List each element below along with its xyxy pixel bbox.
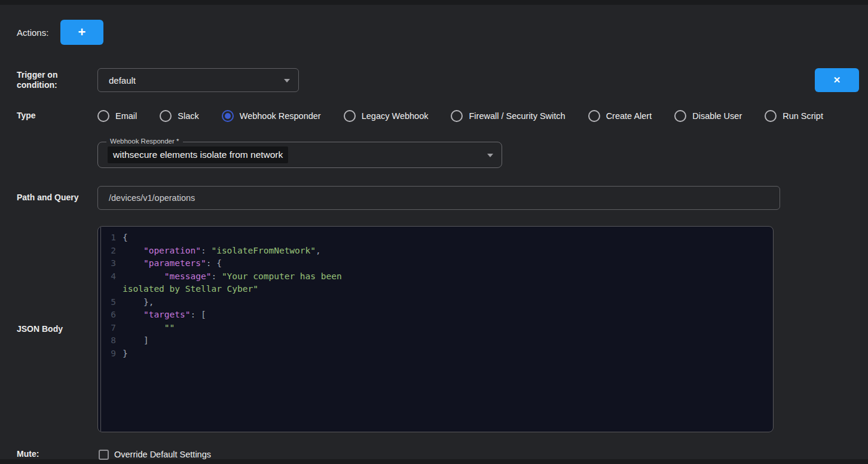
- line-number: 7: [98, 322, 116, 335]
- line-number: 3: [98, 257, 116, 270]
- type-radio-label: Disable User: [692, 111, 742, 121]
- code-text: "": [116, 322, 175, 335]
- chevron-down-icon: [487, 154, 493, 157]
- line-number: 6: [98, 309, 116, 322]
- code-line: 8 ]: [98, 334, 773, 347]
- type-radio-slack[interactable]: Slack: [160, 110, 198, 122]
- webhook-responder-select[interactable]: Webhook Responder * withsecure elements …: [97, 142, 502, 168]
- json-body-label: JSON Body: [17, 324, 97, 335]
- override-default-settings-checkbox[interactable]: [99, 450, 109, 460]
- path-query-label: Path and Query: [17, 193, 97, 203]
- code-line: 1{: [98, 231, 773, 245]
- type-radio-label: Slack: [178, 111, 198, 121]
- radio-icon: [765, 110, 777, 122]
- type-radio-create-alert[interactable]: Create Alert: [588, 110, 652, 122]
- action-config-panel: Actions: + Trigger on condition: default…: [0, 5, 868, 459]
- path-query-value: /devices/v1/operations: [109, 193, 195, 203]
- trigger-condition-select[interactable]: default: [97, 68, 299, 92]
- code-text: }: [116, 347, 128, 361]
- type-radio-label: Legacy Webhook: [362, 111, 429, 121]
- json-body-editor[interactable]: 1{2 "operation": "isolateFromNetwork",3 …: [97, 226, 774, 432]
- path-query-input[interactable]: /devices/v1/operations: [97, 186, 780, 210]
- line-number: 4: [98, 270, 116, 283]
- type-radio-label: Webhook Responder: [240, 111, 321, 121]
- type-radio-label: Create Alert: [606, 111, 652, 121]
- line-number: 2: [98, 245, 116, 258]
- trigger-condition-row: Trigger on condition: default ✕: [0, 68, 868, 92]
- code-line: 2 "operation": "isolateFromNetwork",: [98, 245, 773, 258]
- override-default-settings-label: Override Default Settings: [114, 450, 211, 459]
- code-line: 5 },: [98, 296, 773, 309]
- type-radio-legacy-webhook[interactable]: Legacy Webhook: [344, 110, 429, 122]
- code-text: "targets": [: [116, 309, 206, 322]
- type-radio-label: Firewall / Security Switch: [469, 111, 565, 121]
- type-label: Type: [17, 111, 97, 121]
- close-icon: ✕: [833, 75, 841, 86]
- type-radio-label: Run Script: [783, 111, 823, 121]
- type-radio-disable-user[interactable]: Disable User: [674, 110, 742, 122]
- type-radio-label: Email: [115, 111, 137, 121]
- trigger-condition-value: default: [109, 75, 136, 86]
- type-radio-webhook-responder[interactable]: Webhook Responder: [222, 110, 321, 122]
- webhook-responder-select-label: Webhook Responder *: [106, 138, 183, 145]
- code-text: "operation": "isolateFromNetwork",: [116, 245, 321, 258]
- actions-label: Actions:: [17, 28, 60, 38]
- code-text: "message": "Your computer has been: [116, 270, 342, 283]
- webhook-responder-row: Webhook Responder * withsecure elements …: [0, 138, 868, 168]
- type-radio-group: EmailSlackWebhook ResponderLegacy Webhoo…: [97, 110, 846, 122]
- radio-icon: [451, 110, 463, 122]
- code-text: ]: [116, 334, 149, 347]
- radio-icon: [674, 110, 686, 122]
- line-number: 1: [98, 231, 116, 245]
- mute-row: Mute: Override Default Settings: [0, 448, 868, 460]
- remove-action-button[interactable]: ✕: [815, 68, 859, 92]
- chevron-down-icon: [284, 79, 290, 83]
- plus-icon: +: [78, 26, 86, 39]
- line-number: [98, 283, 116, 296]
- code-text: "parameters": {: [116, 257, 222, 270]
- code-line: 4 "message": "Your computer has been: [98, 270, 773, 283]
- line-number: 8: [98, 334, 116, 347]
- code-line: 6 "targets": [: [98, 309, 773, 322]
- add-action-button[interactable]: +: [60, 20, 103, 45]
- actions-row: Actions: +: [0, 5, 868, 45]
- line-number: 5: [98, 296, 116, 309]
- line-number: 9: [98, 347, 116, 361]
- path-query-row: Path and Query /devices/v1/operations: [0, 186, 868, 210]
- trigger-condition-label: Trigger on condition:: [17, 70, 97, 91]
- mute-label: Mute:: [17, 449, 99, 460]
- radio-icon: [344, 110, 356, 122]
- radio-selected-icon: [222, 110, 234, 122]
- code-line: 7 "": [98, 322, 773, 335]
- code-text: isolated by Stellar Cyber": [116, 283, 258, 296]
- type-radio-run-script[interactable]: Run Script: [765, 110, 823, 122]
- code-text: },: [116, 296, 154, 309]
- radio-icon: [588, 110, 600, 122]
- radio-icon: [160, 110, 172, 122]
- code-line: 3 "parameters": {: [98, 257, 773, 270]
- json-body-row: JSON Body 1{2 "operation": "isolateFromN…: [0, 226, 868, 432]
- type-row: Type EmailSlackWebhook ResponderLegacy W…: [0, 109, 868, 123]
- type-radio-email[interactable]: Email: [97, 110, 137, 122]
- code-line: 9}: [98, 347, 773, 361]
- code-text: {: [116, 231, 128, 245]
- code-line: isolated by Stellar Cyber": [98, 283, 773, 296]
- type-radio-firewall-security-switch[interactable]: Firewall / Security Switch: [451, 110, 565, 122]
- radio-icon: [97, 110, 109, 122]
- webhook-responder-value: withsecure elements isolate from network: [108, 146, 288, 163]
